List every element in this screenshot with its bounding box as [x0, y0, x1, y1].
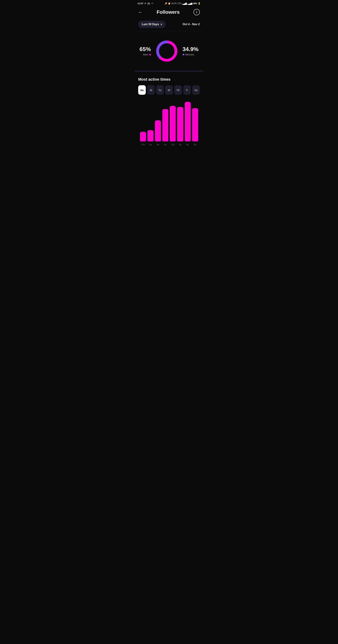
header-divider: [135, 31, 203, 31]
bar-chart: 12a3a6a9a12p3p6p9p: [138, 100, 200, 146]
day-button-su[interactable]: Su: [138, 85, 146, 95]
bar: [170, 106, 176, 142]
women-label-text: Women: [185, 53, 194, 56]
women-label: Women: [182, 53, 198, 56]
signal-bars-1: ▂▄▆: [182, 2, 187, 5]
bar-column: 9p: [192, 108, 198, 146]
days-selector: SuMTuWThFSa: [138, 85, 200, 95]
status-bar: 11:07 ✔ 📷 ۱۲ 🔑 ⏰ VoLTE LTE1 ▂▄▆ ▂▄▆ 49% …: [135, 0, 203, 6]
bar-time-label: 3a: [149, 143, 152, 146]
donut-chart: [154, 39, 179, 64]
bar-time-label: 6p: [186, 143, 189, 146]
back-button[interactable]: ←: [138, 10, 143, 15]
info-icon: i: [196, 10, 197, 14]
bar-time-label: 3p: [179, 143, 181, 146]
date-filter-row: Last 30 Days ∨ Oct 4 - Nov 2: [135, 19, 203, 31]
women-color-dot: [182, 54, 184, 56]
time-display: 11:07: [138, 2, 143, 5]
men-color-dot: [149, 54, 151, 56]
bar-column: 12a: [140, 132, 146, 146]
bar-time-label: 12p: [171, 143, 175, 146]
active-times-title: Most active times: [138, 77, 200, 82]
bar-column: 12p: [170, 106, 176, 146]
date-range-display: Oct 4 - Nov 2: [182, 23, 200, 26]
men-label-text: Men: [143, 53, 148, 56]
day-button-f[interactable]: F: [183, 85, 191, 95]
period-filter-button[interactable]: Last 30 Days ∨: [138, 20, 166, 28]
bar-column: 3p: [177, 107, 183, 146]
bars-wrapper: 12a3a6a9a12p3p6p9p: [140, 100, 198, 146]
women-stats: 34.9% Women: [182, 46, 198, 56]
donut-svg: [154, 39, 179, 64]
bar-time-label: 9a: [164, 143, 166, 146]
men-percent: 65%: [140, 46, 151, 52]
status-left: 11:07 ✔ 📷 ۱۲: [138, 2, 153, 5]
active-times-section: Most active times SuMTuWThFSa 12a3a6a9a1…: [135, 72, 203, 152]
men-label: Men: [140, 53, 151, 56]
day-button-th[interactable]: Th: [174, 85, 182, 95]
chevron-down-icon: ∨: [160, 23, 162, 26]
bar-time-label: 6a: [156, 143, 159, 146]
gender-chart-section: 65% Men 34.9% Women: [135, 35, 203, 70]
signal-bars-2: ▂▄▆: [188, 2, 192, 5]
bar-time-label: 9p: [194, 143, 196, 146]
lte1-icon: LTE1: [177, 2, 182, 4]
page-title: Followers: [157, 9, 180, 15]
bar-column: 3a: [147, 130, 153, 146]
men-stats: 65% Men: [140, 46, 151, 56]
bar-column: 6a: [155, 120, 161, 146]
bar: [147, 130, 153, 142]
day-button-m[interactable]: M: [147, 85, 155, 95]
bar: [155, 120, 161, 142]
info-button[interactable]: i: [194, 9, 200, 15]
bar: [140, 132, 146, 142]
status-right: 🔑 ⏰ VoLTE LTE1 ▂▄▆ ▂▄▆ 49% 🔋: [164, 2, 200, 5]
bar: [177, 107, 183, 142]
bar: [192, 108, 198, 142]
camera-icon: 📷: [147, 2, 150, 5]
bar-column: 6p: [185, 102, 191, 146]
signal-check: ✔: [144, 2, 146, 5]
section-divider: [135, 70, 203, 72]
bar: [162, 109, 168, 142]
day-button-sa[interactable]: Sa: [192, 85, 200, 95]
key-icon: 🔑: [164, 2, 167, 5]
alarm-icon: ⏰: [168, 2, 170, 5]
bar-column: 9a: [162, 109, 168, 146]
women-percent: 34.9%: [182, 46, 198, 52]
bar: [185, 102, 191, 142]
day-button-tu[interactable]: Tu: [156, 85, 164, 95]
volte-indicator: VoLTE: [171, 2, 176, 4]
bar-time-label: 12a: [141, 143, 145, 146]
day-button-w[interactable]: W: [165, 85, 173, 95]
page-header: ← Followers i: [135, 6, 203, 19]
network-indicator: ۱۲: [151, 2, 153, 4]
period-label: Last 30 Days: [142, 23, 159, 26]
battery-icon: 🔋: [198, 2, 200, 5]
battery-percent: 49%: [193, 2, 197, 5]
